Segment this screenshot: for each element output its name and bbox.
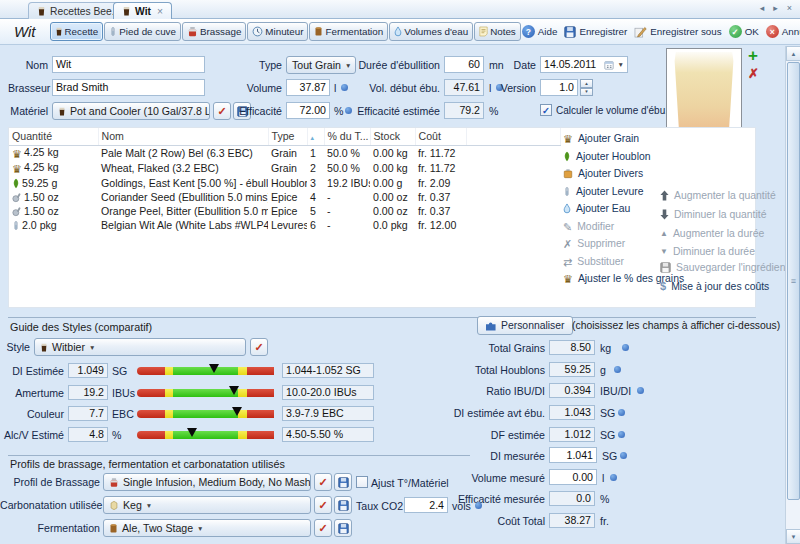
fermentation-button[interactable]: Fermentation [309, 22, 388, 41]
add-hop-button[interactable]: Ajouter Houblon [563, 151, 651, 162]
stepper-up-icon[interactable]: ▲ [580, 79, 593, 88]
fermentation-dropdown[interactable]: Ale, Two Stage ▼ [103, 519, 311, 537]
ok-button[interactable]: ✓OK [729, 25, 759, 38]
column-quantite[interactable]: Quantité [9, 128, 98, 145]
ingredient-row[interactable]: ♛4.25 kg Wheat, Flaked (3.2 EBC) Grain 2… [9, 161, 561, 176]
add-grain-button[interactable]: ♛Ajouter Grain [563, 133, 639, 144]
brasseur-label: Brasseur [8, 82, 48, 94]
modify-button[interactable]: ✎Modifier [563, 221, 614, 232]
tab-close-icon[interactable]: × [157, 6, 163, 17]
recette-button[interactable]: Recette [50, 22, 104, 41]
carbonatation-edit-button[interactable]: ✓ [314, 496, 332, 514]
cell-qty: 1.50 oz [9, 190, 98, 204]
personnaliser-button[interactable]: Personnaliser [477, 316, 573, 335]
column-stock[interactable]: Stock [370, 128, 415, 145]
brasseur-input[interactable]: Brad Smith [52, 79, 205, 96]
cell-stock: 0.0 pkg [370, 218, 415, 232]
date-input[interactable]: 14.05.2011 ▼ [540, 56, 628, 73]
brassage-button[interactable]: Brassage [182, 22, 246, 41]
column-pct[interactable]: % du T... [324, 128, 370, 145]
link-label: Modifier [577, 221, 614, 232]
add-misc-button[interactable]: Ajouter Divers [563, 168, 643, 179]
couleur-gauge [137, 410, 274, 418]
type-dropdown[interactable]: Tout Grain▼ [286, 56, 356, 74]
vertical-scrollbar[interactable]: ▲ ≡ ▼ [785, 46, 800, 544]
enregistrer-button[interactable]: Enregistrer [564, 26, 627, 38]
grain-icon: ♛ [563, 134, 573, 144]
cell-pct: 50.0 % [324, 161, 370, 176]
save-ingredient-button[interactable]: Sauvegarder l'ingrédient [660, 262, 788, 273]
column-nom[interactable]: Nom [98, 128, 268, 145]
cell-nom: Coriander Seed (Ebullition 5.0 mins) [98, 190, 268, 204]
style-edit-button[interactable]: ✓ [250, 338, 268, 356]
tabs-next-icon[interactable]: ▸ [773, 3, 778, 13]
brassage-save-button[interactable] [334, 473, 352, 491]
scroll-up-button[interactable]: ▲ [786, 46, 800, 61]
volume-input[interactable]: 37.87 [286, 79, 330, 96]
column-type[interactable]: Type [268, 128, 307, 145]
fermentation-save-button[interactable] [334, 519, 352, 537]
link-label: Ajouter Eau [576, 203, 630, 214]
volume-mesure-unit: l [602, 472, 604, 484]
tabs-prev-icon[interactable]: ◂ [760, 3, 765, 13]
brassage-edit-button[interactable]: ✓ [314, 473, 332, 491]
scroll-down-button[interactable]: ▼ [786, 529, 800, 544]
ingredient-row[interactable]: ♛4.25 kg Pale Malt (2 Row) Bel (6.3 EBC)… [9, 145, 561, 161]
duree-input[interactable]: 60 [444, 56, 484, 73]
gauge-marker [229, 386, 239, 395]
update-costs-button[interactable]: $Mise à jour des coûts [660, 280, 769, 292]
style-dropdown[interactable]: Witbier ▼ [34, 338, 246, 356]
decrease-qty-button[interactable]: Diminuer la quantité [660, 209, 766, 220]
substitute-button[interactable]: ⇄Substituer [563, 256, 624, 267]
yeast-tube-icon [563, 186, 571, 197]
cout-total-label: Coût Total [440, 515, 545, 527]
ingredient-row[interactable]: 1.50 oz Coriander Seed (Ebullition 5.0 m… [9, 190, 561, 204]
stepper-down-icon[interactable]: ▼ [580, 88, 593, 97]
button-label: Enregistrer sous [650, 26, 721, 37]
cell-type: Houblons [268, 176, 307, 190]
column-cout[interactable]: Coût [415, 128, 466, 145]
di-mesuree-input[interactable]: 1.041 [549, 447, 597, 463]
volumes-eau-button[interactable]: Volumes d'eau [389, 22, 473, 41]
ajust-materiel-checkbox[interactable] [356, 476, 368, 488]
chevron-down-icon: ▼ [345, 62, 351, 69]
ingredient-row[interactable]: 2.0 pkg Belgian Wit Ale (White Labs #WLP… [9, 218, 561, 232]
version-input[interactable]: 1.0 [540, 79, 578, 96]
cell-stock: 0.00 kg [370, 145, 415, 161]
add-water-button[interactable]: Ajouter Eau [563, 203, 630, 214]
efficacite-input[interactable]: 72.00 [286, 102, 330, 119]
alcv-gauge [137, 431, 274, 439]
column-sort[interactable]: ▴ [307, 128, 324, 145]
calc-volume-checkbox[interactable]: ✓ [540, 104, 552, 116]
ingredient-row[interactable]: 1.50 oz Orange Peel, Bitter (Ebullition … [9, 204, 561, 218]
remove-image-button[interactable]: ✗ [748, 66, 759, 81]
delete-button[interactable]: ✗Supprimer [563, 238, 625, 249]
tabs-close-icon[interactable]: × [787, 3, 792, 13]
taux-co2-input[interactable]: 2.4 [404, 497, 448, 513]
materiel-edit-button[interactable]: ✓ [213, 102, 231, 120]
ingredient-row[interactable]: 59.25 g Goldings, East Kent [5.00 %] - é… [9, 176, 561, 190]
notes-button[interactable]: Notes [474, 22, 521, 41]
tab-wit[interactable]: Wit × [113, 2, 172, 19]
increase-time-button[interactable]: ▲Augmenter la durée [660, 228, 764, 239]
add-image-button[interactable]: + [748, 48, 758, 64]
annuler-button[interactable]: ×Annuler [766, 25, 800, 38]
ok-check-icon: ✓ [729, 25, 742, 38]
add-yeast-button[interactable]: Ajouter Levure [563, 186, 644, 197]
minuteur-button[interactable]: Minuteur [247, 22, 308, 41]
fermentation-edit-button[interactable]: ✓ [314, 519, 332, 537]
enregistrer-sous-button[interactable]: Enregistrer sous [634, 26, 721, 38]
decrease-time-button[interactable]: ▼Diminuer la durée [660, 246, 755, 257]
pied-de-cuve-button[interactable]: Pied de cuve [104, 22, 181, 41]
cout-total-value: 38.27 [549, 513, 595, 528]
nom-input[interactable]: Wit [52, 56, 205, 73]
increase-qty-button[interactable]: Augmenter la quantité [660, 190, 776, 201]
profil-brassage-dropdown[interactable]: Single Infusion, Medium Body, No Mash Ou… [103, 473, 311, 491]
carbonatation-save-button[interactable] [334, 496, 352, 514]
aide-button[interactable]: ?Aide [522, 25, 558, 38]
carbonatation-dropdown[interactable]: Keg ▼ [103, 496, 311, 514]
scroll-thumb[interactable]: ≡ [787, 62, 800, 500]
volume-mesure-input[interactable]: 0.00 [549, 469, 597, 485]
chevron-down-icon[interactable]: ▼ [618, 57, 624, 72]
materiel-dropdown[interactable]: Pot and Cooler (10 Gal/37.8 L) - All G [52, 102, 210, 120]
